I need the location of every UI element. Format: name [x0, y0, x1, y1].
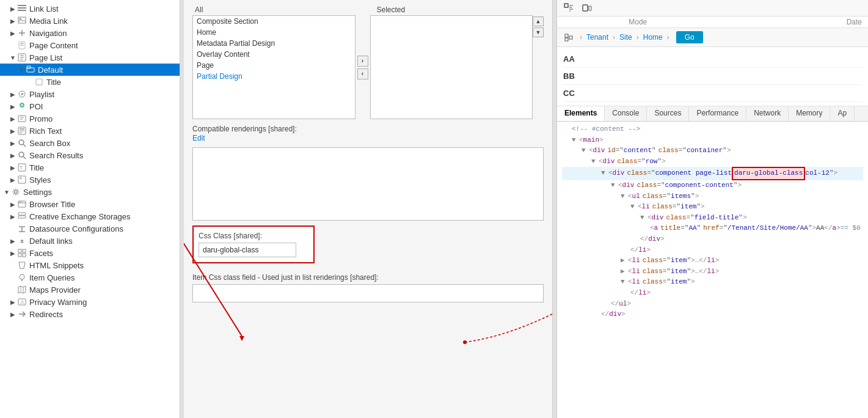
promo-icon: [17, 114, 27, 123]
code-line-div-content: ▼ <div id="content" class="container" >: [562, 145, 863, 156]
toggle-icon: ▼: [9, 53, 17, 62]
sidebar-item-poi[interactable]: ▶ POI: [0, 100, 180, 112]
svg-rect-49: [18, 254, 21, 257]
code-toggle[interactable]: ▼: [582, 145, 589, 156]
sidebar-item-item-queries[interactable]: ▶ Item Queries: [0, 271, 180, 284]
sidebar-item-browser-title[interactable]: ▶ Browser Title: [0, 198, 180, 210]
sidebar-item-datasource[interactable]: ▶ Datasource Configurations: [0, 222, 180, 235]
list-item[interactable]: Composite Section: [193, 16, 355, 27]
storage-icon: [17, 211, 27, 221]
code-line-comment: <!-- #content -->: [562, 124, 863, 135]
sidebar-item-search-results[interactable]: ▶ Search Results: [0, 149, 180, 161]
code-line-li-3: ▶ <li class="item" >…</li>: [562, 266, 863, 277]
sidebar-item-redirects[interactable]: ▶ Redirects: [0, 308, 180, 320]
breadcrumb-home[interactable]: Home: [643, 33, 663, 42]
highlighted-class: daru-global-class: [732, 167, 805, 180]
item-css-label: Item Css class field - Used just in list…: [192, 273, 544, 282]
sidebar-label: Page List: [29, 53, 62, 62]
code-toggle[interactable]: ▼: [601, 168, 608, 179]
breadcrumb-site[interactable]: Site: [619, 33, 632, 42]
svg-rect-67: [583, 5, 588, 11]
move-left-btn[interactable]: ‹: [357, 68, 368, 79]
sidebar-item-page-list[interactable]: ▼ Page List: [0, 51, 180, 64]
list-entry-aa[interactable]: AA: [563, 51, 862, 68]
edit-link[interactable]: Edit: [192, 134, 205, 142]
code-toggle[interactable]: ▼: [572, 135, 579, 146]
item-css-input[interactable]: [192, 284, 544, 302]
sidebar-item-creative-exchange[interactable]: ▶ Creative Exchange Storages: [0, 210, 180, 222]
code-toggle[interactable]: ▼: [621, 191, 628, 202]
code-toggle[interactable]: ▼: [630, 202, 638, 213]
tab-elements[interactable]: Elements: [557, 106, 605, 121]
svg-line-29: [23, 144, 26, 147]
code-line-li: ▼ <li class="item" >: [562, 202, 863, 213]
move-right-btn[interactable]: ›: [357, 56, 368, 67]
css-class-input[interactable]: daru-global-class: [199, 243, 296, 257]
scroll-down-btn[interactable]: ▼: [533, 28, 544, 37]
code-toggle[interactable]: ▼: [591, 156, 599, 167]
sidebar-item-promo[interactable]: ▶ Promo: [0, 112, 180, 125]
svg-rect-35: [20, 177, 22, 179]
sidebar-item-privacy-warning[interactable]: ▶ ⚠ Privacy Warning: [0, 296, 180, 308]
list-item[interactable]: Page: [193, 60, 355, 71]
list-item[interactable]: Partial Design: [193, 71, 355, 82]
list-entry-cc[interactable]: CC: [563, 85, 862, 102]
html-icon: [17, 260, 27, 270]
tab-sources[interactable]: Sources: [647, 106, 689, 121]
entry-label-cc: CC: [563, 89, 588, 98]
list-item[interactable]: Home: [193, 27, 355, 38]
tab-memory[interactable]: Memory: [789, 106, 830, 121]
sidebar-item-title2[interactable]: ▶ T Title: [0, 161, 180, 174]
selected-list-box[interactable]: [370, 15, 533, 119]
list-item[interactable]: Overlay Content: [193, 49, 355, 60]
toggle-icon: ▶: [9, 273, 17, 282]
map-icon: [17, 285, 27, 295]
code-panel[interactable]: <!-- #content --> ▼ <main> ▼ <div id="co…: [557, 122, 868, 418]
list-entry-bb[interactable]: BB: [563, 68, 862, 85]
entry-label-bb: BB: [563, 72, 588, 81]
datasource-icon: [17, 224, 27, 233]
svg-rect-50: [23, 254, 26, 257]
go-button[interactable]: Go: [676, 31, 703, 43]
page-list-icon: [17, 53, 27, 62]
breadcrumb-sep: ›: [580, 33, 582, 42]
device-icon[interactable]: [580, 1, 594, 15]
breadcrumb-tenant[interactable]: Tenant: [586, 33, 608, 42]
tab-performance[interactable]: Performance: [689, 106, 746, 121]
code-toggle[interactable]: ▶: [621, 255, 628, 266]
sidebar-item-link-list[interactable]: ▶ Link List: [0, 2, 180, 15]
code-toggle[interactable]: ▶: [621, 266, 628, 277]
sidebar-item-facets[interactable]: ▶ Facets: [0, 247, 180, 259]
sidebar-item-settings[interactable]: ▼ Settings: [0, 186, 180, 198]
sidebar-item-title[interactable]: ▶ Title: [0, 76, 180, 88]
scroll-up-btn[interactable]: ▲: [533, 16, 544, 26]
code-toggle[interactable]: ▼: [621, 277, 628, 288]
breadcrumb-sep4: ›: [667, 33, 669, 42]
sidebar-item-search-box[interactable]: ▶ Search Box: [0, 137, 180, 149]
all-list-box[interactable]: Composite Section Home Metadata Partial …: [192, 15, 356, 119]
tab-ap[interactable]: Ap: [830, 106, 855, 121]
sidebar-item-default-links[interactable]: ▶ Default links: [0, 235, 180, 247]
sidebar-item-html-snippets[interactable]: ▶ HTML Snippets: [0, 259, 180, 271]
entry-label-aa: AA: [563, 54, 588, 64]
inspect-icon[interactable]: [562, 1, 575, 15]
svg-rect-9: [20, 45, 24, 46]
sidebar-label: Creative Exchange Storages: [29, 212, 130, 221]
code-toggle[interactable]: ▼: [640, 213, 647, 224]
tab-console[interactable]: Console: [605, 106, 647, 121]
sidebar-item-navigation[interactable]: ▶ Navigation: [0, 27, 180, 39]
sidebar: ▶ Link List ▶ Media Link ▶ Navigation ▶ …: [0, 0, 180, 418]
sidebar-item-default[interactable]: ▼ Default: [0, 64, 180, 76]
sidebar-item-media-link[interactable]: ▶ Media Link: [0, 15, 180, 27]
toggle-icon: ▶: [9, 16, 17, 25]
sidebar-item-playlist[interactable]: ▶ Playlist: [0, 88, 180, 100]
list-item[interactable]: Metadata Partial Design: [193, 38, 355, 49]
sidebar-item-maps-provider[interactable]: ▶ Maps Provider: [0, 284, 180, 296]
sidebar-item-rich-text[interactable]: ▶ Rich Text: [0, 125, 180, 137]
sidebar-label: Rich Text: [29, 127, 62, 136]
sidebar-item-page-content[interactable]: ▶ Page Content: [0, 39, 180, 51]
code-toggle[interactable]: ▼: [611, 180, 618, 191]
code-line-div-pagelist[interactable]: ▼ <div class="component page-list daru-g…: [562, 167, 863, 180]
tab-network[interactable]: Network: [746, 106, 789, 121]
sidebar-item-styles[interactable]: ▶ Styles: [0, 174, 180, 186]
